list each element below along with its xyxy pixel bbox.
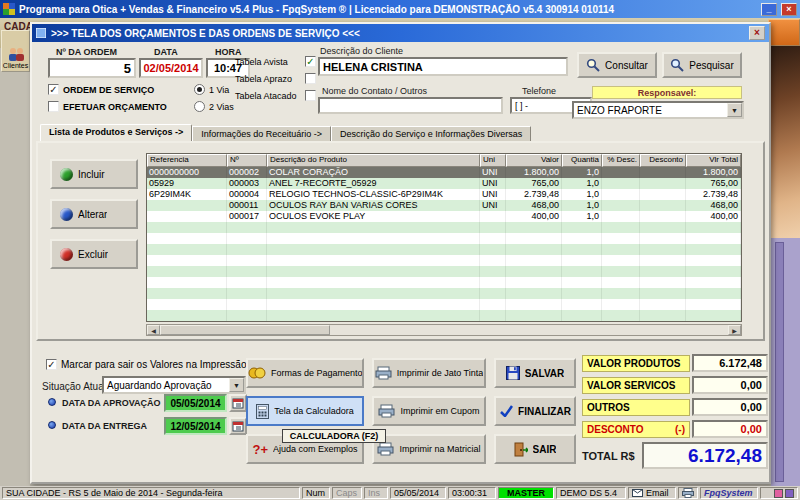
tabela-atacado-checkbox-box[interactable] bbox=[305, 90, 316, 101]
status-date: 05/05/2014 bbox=[390, 487, 446, 499]
grid-cell bbox=[480, 211, 506, 222]
grid-column-header[interactable]: Nº bbox=[227, 154, 267, 167]
marcar-valores-checkbox[interactable]: ✓ Marcar para sair os Valores na Impress… bbox=[46, 359, 246, 370]
dialog-titlebar: >>> TELA DOS ORÇAMENTOS E DAS ORDENS DE … bbox=[32, 24, 769, 42]
grid-cell bbox=[147, 222, 227, 233]
grid-cell bbox=[562, 255, 602, 266]
via1-radio[interactable]: 1 Via bbox=[194, 84, 229, 95]
marcar-valores-checkbox-box[interactable]: ✓ bbox=[46, 359, 57, 370]
grid-row[interactable]: 05929000003ANEL 7-RECORTE_05929UNI765,00… bbox=[147, 178, 741, 189]
window-titlebar: Programa para Otica + Vendas & Financeir… bbox=[0, 0, 800, 18]
via2-radio-circle[interactable] bbox=[194, 101, 205, 112]
grid-column-header[interactable]: Referencia bbox=[147, 154, 227, 167]
grid-cell bbox=[602, 167, 640, 178]
edit-icon bbox=[60, 208, 73, 221]
grid-row[interactable]: 000011OCULOS RAY BAN VARIAS CORESUNI468,… bbox=[147, 200, 741, 211]
finalizar-button[interactable]: FINALIZAR bbox=[494, 396, 576, 426]
formas-pagamento-button[interactable]: Formas de Pagamento bbox=[246, 358, 364, 388]
grid-row-empty[interactable] bbox=[147, 299, 741, 310]
status-printer[interactable] bbox=[678, 487, 698, 499]
grid-cell: 1,0 bbox=[562, 178, 602, 189]
grid-row[interactable]: 0000000000000002COLAR CORAÇÃOUNI1.800,00… bbox=[147, 167, 741, 178]
sair-button[interactable]: SAIR bbox=[494, 434, 576, 464]
entrega-calendar-button[interactable] bbox=[229, 417, 247, 435]
scroll-left-icon[interactable]: ◀ bbox=[147, 325, 160, 335]
aprovacao-calendar-button[interactable] bbox=[229, 394, 247, 412]
efetuar-orcamento-checkbox[interactable]: EFETUAR ORÇAMENTO bbox=[48, 101, 167, 112]
imprimir-matricial-button[interactable]: Imprimir na Matricial bbox=[372, 434, 486, 464]
via2-radio[interactable]: 2 Vias bbox=[194, 101, 234, 112]
grid-column-header[interactable]: Quantia bbox=[562, 154, 602, 167]
grid-row-empty[interactable] bbox=[147, 244, 741, 255]
imprimir-cupom-button[interactable]: Imprimir em Cupom bbox=[372, 396, 486, 426]
salvar-button[interactable]: SALVAR bbox=[494, 358, 576, 388]
tabela-atacado-checkbox[interactable]: Tabela Atacado bbox=[235, 90, 316, 101]
ordem-field[interactable]: 5 bbox=[48, 58, 136, 78]
aprovacao-bullet-icon[interactable] bbox=[48, 398, 56, 406]
grid-row-empty[interactable] bbox=[147, 222, 741, 233]
grid-row-empty[interactable] bbox=[147, 310, 741, 321]
grid-row-empty[interactable] bbox=[147, 288, 741, 299]
grid-row[interactable]: 6P29IM4K000004RELOGIO TECHNOS-CLASSIC-6P… bbox=[147, 189, 741, 200]
close-button[interactable]: × bbox=[781, 3, 797, 16]
minimize-button[interactable]: _ bbox=[761, 3, 777, 16]
dialog-close-button[interactable]: × bbox=[749, 26, 765, 40]
grid-column-header[interactable]: Valor bbox=[506, 154, 562, 167]
scroll-right-icon[interactable]: ▶ bbox=[728, 325, 741, 335]
excluir-button[interactable]: Excluir bbox=[50, 239, 138, 269]
entrega-bullet-icon[interactable] bbox=[48, 421, 56, 429]
ordem-servico-checkbox-box[interactable]: ✓ bbox=[48, 84, 59, 95]
responsavel-combo[interactable]: ENZO FRAPORTE ▼ bbox=[572, 101, 744, 119]
grid-cell: UNI bbox=[480, 167, 506, 178]
grid-cell bbox=[640, 233, 686, 244]
grid-cell bbox=[480, 244, 506, 255]
tray-purple-icon[interactable] bbox=[785, 489, 794, 498]
responsavel-label: Responsavel: bbox=[592, 86, 742, 99]
grid-row[interactable]: 000017OCULOS EVOKE PLAY400,001,0400,00 bbox=[147, 211, 741, 222]
clientes-toolbar-button[interactable]: Clientes bbox=[1, 30, 30, 72]
background-scrollbar[interactable] bbox=[775, 242, 784, 482]
cliente-field[interactable]: HELENA CRISTINA bbox=[318, 57, 568, 76]
grid-column-header[interactable]: Desconto bbox=[640, 154, 686, 167]
grid-column-header[interactable]: % Desc. bbox=[602, 154, 640, 167]
contato-field[interactable] bbox=[318, 97, 503, 114]
tabela-avista-checkbox[interactable]: Tabela Avista ✓ bbox=[235, 56, 316, 67]
tabela-aprazo-checkbox-box[interactable] bbox=[305, 73, 316, 84]
scrollbar-thumb[interactable] bbox=[160, 325, 330, 335]
grid-cell bbox=[506, 255, 562, 266]
alterar-button[interactable]: Alterar bbox=[50, 199, 138, 229]
scrollbar-track[interactable] bbox=[330, 325, 728, 335]
imprimir-jato-button[interactable]: Imprimir de Jato Tinta bbox=[372, 358, 486, 388]
data-field[interactable]: 02/05/2014 bbox=[139, 58, 203, 78]
consultar-button[interactable]: Consultar bbox=[577, 52, 657, 78]
tab-descricao-servico[interactable]: Descrição do Serviço e Informações Diver… bbox=[331, 126, 531, 141]
pesquisar-button[interactable]: Pesquisar bbox=[662, 52, 742, 78]
tabela-aprazo-checkbox[interactable]: Tabela Aprazo bbox=[235, 73, 316, 84]
aprovacao-date-field[interactable]: 05/05/2014 bbox=[164, 394, 227, 412]
efetuar-orcamento-checkbox-box[interactable] bbox=[48, 101, 59, 112]
grid-row-empty[interactable] bbox=[147, 266, 741, 277]
grid-column-header[interactable]: Descrição do Produto bbox=[267, 154, 480, 167]
grid-row-empty[interactable] bbox=[147, 277, 741, 288]
chevron-down-icon[interactable]: ▼ bbox=[727, 103, 742, 117]
status-email[interactable]: Email bbox=[628, 487, 676, 499]
tabela-avista-checkbox-box[interactable]: ✓ bbox=[305, 56, 316, 67]
tab-lista-produtos[interactable]: Lista de Produtos e Serviços -> bbox=[40, 124, 192, 141]
incluir-button[interactable]: Incluir bbox=[50, 159, 138, 189]
grid-column-header[interactable]: Vlr Total bbox=[686, 154, 741, 167]
via1-radio-circle[interactable] bbox=[194, 84, 205, 95]
efetuar-orcamento-label: EFETUAR ORÇAMENTO bbox=[63, 102, 167, 112]
tray-pink-icon[interactable] bbox=[774, 489, 783, 498]
entrega-date-field[interactable]: 12/05/2014 bbox=[164, 417, 227, 435]
grid-cell bbox=[227, 266, 267, 277]
tela-calculadora-button[interactable]: Tela da Calculadora bbox=[246, 396, 364, 426]
grid-row-empty[interactable] bbox=[147, 233, 741, 244]
grid-column-header[interactable]: Uni bbox=[480, 154, 506, 167]
grid-cell bbox=[602, 255, 640, 266]
chevron-down-icon[interactable]: ▼ bbox=[229, 378, 244, 392]
grid-horizontal-scrollbar[interactable]: ◀ ▶ bbox=[146, 324, 742, 336]
tab-informacoes-receituario[interactable]: Informações do Receituário -> bbox=[192, 126, 331, 141]
situacao-combo[interactable]: Aguardando Aprovação ▼ bbox=[102, 376, 246, 394]
grid-row-empty[interactable] bbox=[147, 255, 741, 266]
ordem-servico-checkbox[interactable]: ✓ ORDEM DE SERVIÇO bbox=[48, 84, 154, 95]
